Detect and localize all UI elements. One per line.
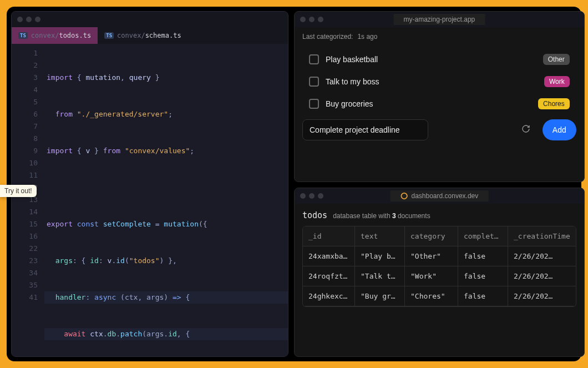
- table-header-row: _idtextcategorycompleted_creationTime: [303, 226, 576, 246]
- line-number: 1: [12, 47, 38, 59]
- todo-text: Talk to my boss: [326, 77, 538, 86]
- editor-tab[interactable]: TSconvex/todos.ts: [12, 27, 98, 44]
- data-table: _idtextcategorycompleted_creationTime 24…: [302, 226, 576, 307]
- table-row[interactable]: 24xamxba…"Play ba…"Other"false2/26/202…: [303, 246, 576, 266]
- column-header[interactable]: _creationTime: [508, 226, 576, 246]
- last-categorized-value: 1s ago: [357, 33, 377, 41]
- todo-list: Play basketballOtherTalk to my bossWorkB…: [302, 48, 576, 115]
- table-cell: 2/26/202…: [508, 266, 576, 286]
- table-row[interactable]: 24roqfzt…"Talk to…"Work"false2/26/202…: [303, 266, 576, 286]
- sync-icon: [521, 124, 530, 135]
- table-cell: "Talk to…: [355, 266, 405, 286]
- new-todo-input[interactable]: [302, 119, 428, 140]
- table-cell: false: [458, 246, 508, 266]
- dashboard-body: todos database table with 3 documents _i…: [295, 204, 584, 314]
- checkbox[interactable]: [309, 77, 319, 87]
- editor-tab[interactable]: TSconvex/schema.ts: [98, 27, 187, 44]
- editor-body: 123456789101112131415162223343541 import…: [12, 44, 288, 356]
- line-number: 10: [12, 157, 38, 169]
- dashboard-heading: todos database table with 3 documents: [302, 210, 576, 220]
- dashboard-title: dashboard.convex.dev: [391, 190, 489, 201]
- svg-point-0: [401, 193, 407, 199]
- table-cell: 24xamxba…: [303, 246, 355, 266]
- table-cell: 24roqfzt…: [303, 266, 355, 286]
- window-dot-icon: [17, 17, 23, 22]
- line-number: 7: [12, 120, 38, 133]
- line-number: 4: [12, 84, 38, 96]
- table-cell: "Buy gro…: [355, 286, 405, 306]
- app-title: my-amazing-project.app: [394, 14, 485, 25]
- column-header[interactable]: text: [355, 226, 405, 246]
- line-gutter: 123456789101112131415162223343541: [12, 44, 42, 356]
- checkbox[interactable]: [309, 99, 319, 109]
- add-todo-row: Add: [302, 119, 576, 140]
- try-it-out-badge[interactable]: Try it out!: [0, 185, 37, 197]
- table-cell: 2/26/202…: [508, 246, 576, 266]
- line-number: 35: [12, 279, 38, 291]
- line-number: 16: [12, 230, 38, 243]
- table-cell: "Chores": [405, 286, 458, 306]
- add-button[interactable]: Add: [543, 119, 576, 140]
- table-cell: "Other": [405, 246, 458, 266]
- line-number: 34: [12, 267, 38, 279]
- window-dot-icon: [309, 193, 315, 199]
- line-number: 23: [12, 255, 38, 267]
- code-area[interactable]: import { mutation, query } from "./_gene…: [42, 44, 288, 356]
- todo-row[interactable]: Talk to my bossWork: [302, 70, 576, 93]
- category-badge: Work: [544, 76, 570, 87]
- table-cell: "Play ba…: [355, 246, 405, 266]
- window-dot-icon: [300, 193, 306, 199]
- column-header[interactable]: completed: [458, 226, 508, 246]
- todo-row[interactable]: Buy groceriesChores: [302, 93, 576, 115]
- line-number: 2: [12, 59, 38, 72]
- convex-logo-icon: [401, 192, 408, 200]
- line-number: 22: [12, 243, 38, 255]
- stage: TSconvex/todos.tsTSconvex/schema.ts 1234…: [7, 7, 581, 361]
- line-number: 8: [12, 133, 38, 145]
- table-cell: "Work": [405, 266, 458, 286]
- app-body: Last categorized: 1s ago Play basketball…: [295, 27, 584, 148]
- window-dot-icon: [309, 17, 315, 22]
- right-column: my-amazing-project.app Last categorized:…: [294, 11, 585, 357]
- column-header[interactable]: category: [405, 226, 458, 246]
- table-name: todos: [302, 210, 327, 220]
- window-dot-icon: [318, 193, 323, 199]
- window-dot-icon: [300, 17, 306, 22]
- checkbox[interactable]: [309, 54, 319, 64]
- line-number: 6: [12, 108, 38, 120]
- token-keyword: import: [47, 73, 73, 82]
- editor-window-chrome: [12, 12, 288, 27]
- window-dot-icon: [26, 17, 32, 22]
- line-number: 41: [12, 291, 38, 304]
- ts-badge-icon: TS: [104, 32, 114, 39]
- line-number: 9: [12, 145, 38, 157]
- todo-row[interactable]: Play basketballOther: [302, 48, 576, 70]
- table-subtitle: database table with 3 documents: [333, 212, 430, 220]
- line-number: 5: [12, 96, 38, 108]
- category-badge: Chores: [538, 98, 570, 109]
- todo-text: Buy groceries: [326, 99, 531, 108]
- ts-badge-icon: TS: [18, 32, 28, 39]
- table-cell: 2/26/202…: [508, 286, 576, 306]
- line-number: 3: [12, 72, 38, 84]
- last-categorized-label: Last categorized: 1s ago: [302, 33, 576, 41]
- line-number: 14: [12, 206, 38, 218]
- window-dot-icon: [318, 17, 323, 22]
- category-badge: Other: [543, 54, 570, 65]
- window-dot-icon: [35, 17, 40, 22]
- dashboard-window: dashboard.convex.dev todos database tabl…: [294, 188, 585, 357]
- table-cell: 24ghkexc…: [303, 286, 355, 306]
- line-number: 11: [12, 169, 38, 182]
- table-cell: false: [458, 286, 508, 306]
- dashboard-window-chrome: dashboard.convex.dev: [295, 188, 584, 204]
- app-window: my-amazing-project.app Last categorized:…: [294, 11, 585, 182]
- app-window-chrome: my-amazing-project.app: [295, 12, 584, 27]
- table-row[interactable]: 24ghkexc…"Buy gro…"Chores"false2/26/202…: [303, 286, 576, 306]
- table-cell: false: [458, 266, 508, 286]
- editor-tabs: TSconvex/todos.tsTSconvex/schema.ts: [12, 27, 288, 44]
- editor-window: TSconvex/todos.tsTSconvex/schema.ts 1234…: [11, 11, 288, 357]
- column-header[interactable]: _id: [303, 226, 355, 246]
- todo-text: Play basketball: [326, 55, 536, 64]
- line-number: 15: [12, 218, 38, 230]
